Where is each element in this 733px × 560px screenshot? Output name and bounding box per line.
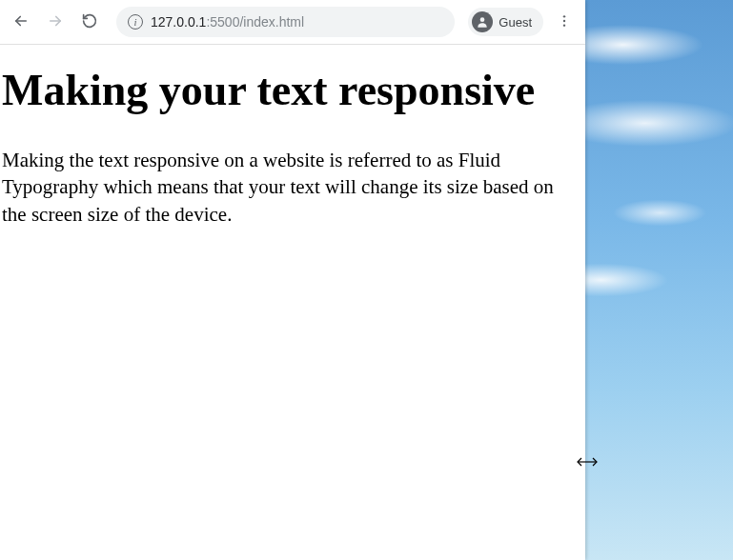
browser-window: i 127.0.0.1:5500/index.html Guest Making… bbox=[0, 0, 585, 560]
site-info-icon[interactable]: i bbox=[128, 14, 143, 30]
browser-toolbar: i 127.0.0.1:5500/index.html Guest bbox=[0, 0, 585, 45]
back-button[interactable] bbox=[6, 7, 36, 37]
url-host: 127.0.0.1 bbox=[151, 14, 206, 30]
reload-button[interactable] bbox=[74, 7, 105, 37]
page-heading: Making your text responsive bbox=[2, 66, 583, 116]
svg-point-3 bbox=[563, 24, 565, 26]
kebab-menu-icon bbox=[557, 13, 572, 31]
svg-point-2 bbox=[563, 19, 565, 21]
menu-button[interactable] bbox=[549, 7, 580, 37]
profile-button[interactable]: Guest bbox=[468, 8, 543, 36]
forward-button[interactable] bbox=[40, 7, 71, 37]
page-paragraph: Making the text responsive on a website … bbox=[2, 147, 555, 228]
reload-icon bbox=[81, 12, 98, 32]
address-bar[interactable]: i 127.0.0.1:5500/index.html bbox=[116, 7, 455, 37]
guest-avatar-icon bbox=[472, 11, 493, 32]
profile-label: Guest bbox=[499, 15, 532, 30]
url-path: :5500/index.html bbox=[206, 14, 304, 30]
svg-point-0 bbox=[480, 17, 485, 22]
page-viewport: Making your text responsive Making the t… bbox=[0, 45, 585, 560]
url-text: 127.0.0.1:5500/index.html bbox=[151, 14, 304, 30]
arrow-right-icon bbox=[47, 12, 64, 32]
svg-point-1 bbox=[563, 15, 565, 17]
arrow-left-icon bbox=[12, 12, 30, 32]
